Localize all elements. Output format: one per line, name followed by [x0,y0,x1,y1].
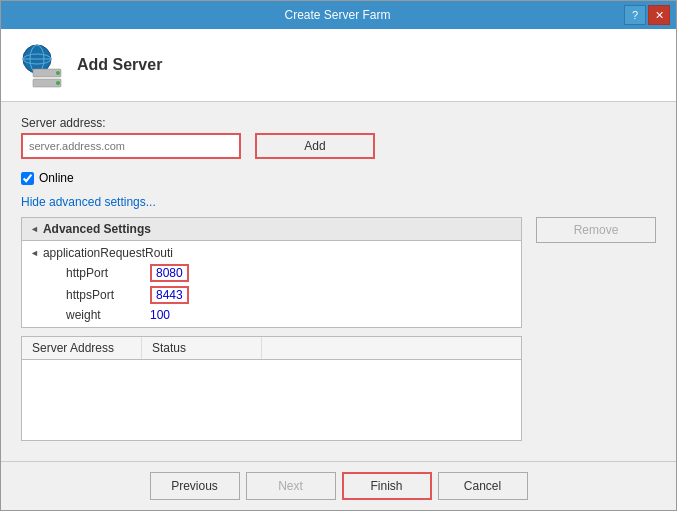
col-status: Status [142,337,262,359]
right-column: Remove [536,217,656,447]
title-buttons: ? ✕ [624,5,670,25]
sub-section-label: applicationRequestRouti [43,246,173,260]
sub-section-header: ◄ applicationRequestRouti [22,244,521,262]
left-column: ◄ Advanced Settings ◄ applicationRequest… [21,217,522,447]
svg-point-6 [56,71,60,75]
sub-arrow: ◄ [30,248,39,258]
online-label: Online [39,171,74,185]
close-button[interactable]: ✕ [648,5,670,25]
header-icon-svg [17,41,65,89]
server-icon [17,41,65,89]
prop-row-weight: weight 100 [22,306,521,324]
online-row: Online [21,171,656,185]
content-columns: ◄ Advanced Settings ◄ applicationRequest… [21,217,656,447]
prop-val-httpport: 8080 [150,264,189,282]
collapse-arrow: ◄ [30,224,39,234]
finish-button[interactable]: Finish [342,472,432,500]
dialog-title: Create Server Farm [51,8,624,22]
prop-val-httpsport: 8443 [150,286,189,304]
main-area: Server address: Add Online Hide advanced… [1,102,676,461]
prop-row-httpsport: httpsPort 8443 [22,284,521,306]
online-checkbox[interactable] [21,172,34,185]
advanced-header: ◄ Advanced Settings [22,218,521,241]
advanced-panel: ◄ Advanced Settings ◄ applicationRequest… [21,217,522,328]
hide-advanced-link[interactable]: Hide advanced settings... [21,195,656,209]
sub-section: ◄ applicationRequestRouti httpPort 8080 … [22,241,521,327]
table-header: Server Address Status [22,337,521,360]
dialog-window: Create Server Farm ? ✕ Add Server [0,0,677,511]
add-button[interactable]: Add [255,133,375,159]
server-address-label: Server address: [21,116,241,130]
previous-button[interactable]: Previous [150,472,240,500]
svg-point-7 [56,81,60,85]
col-server-address: Server Address [22,337,142,359]
prop-name-weight: weight [30,308,150,322]
advanced-settings-label: Advanced Settings [43,222,151,236]
prop-row-httpport: httpPort 8080 [22,262,521,284]
server-address-field-group: Server address: [21,116,241,159]
footer: Previous Next Finish Cancel [1,461,676,510]
cancel-button[interactable]: Cancel [438,472,528,500]
server-address-input[interactable] [21,133,241,159]
help-button[interactable]: ? [624,5,646,25]
table-body [22,360,521,440]
page-title: Add Server [77,56,162,74]
server-address-row: Server address: Add [21,116,656,159]
remove-button[interactable]: Remove [536,217,656,243]
next-button[interactable]: Next [246,472,336,500]
dialog-header: Add Server [1,29,676,102]
prop-name-httpsport: httpsPort [30,288,150,302]
server-table: Server Address Status [21,336,522,441]
prop-val-weight: 100 [150,308,170,322]
title-bar: Create Server Farm ? ✕ [1,1,676,29]
prop-name-httpport: httpPort [30,266,150,280]
